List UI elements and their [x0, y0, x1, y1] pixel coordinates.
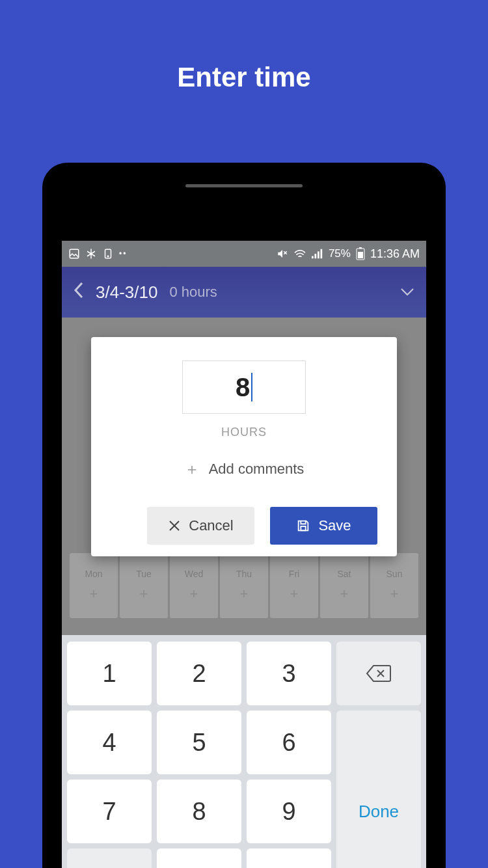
key-dot[interactable]: . — [247, 848, 331, 868]
save-label: Save — [318, 517, 351, 534]
svg-rect-12 — [301, 526, 306, 530]
date-range[interactable]: 3/4-3/10 — [96, 282, 157, 303]
key-4[interactable]: 4 — [67, 711, 152, 774]
save-button[interactable]: Save — [270, 507, 377, 545]
app-header: 3/4-3/10 0 hours — [62, 267, 426, 318]
status-bar: •• 75% 11:36 AM — [62, 241, 426, 267]
hours-label: HOURS — [111, 426, 377, 439]
back-button[interactable] — [74, 282, 84, 303]
key-0[interactable]: 0 — [157, 848, 241, 868]
numeric-keypad: 1 2 3 4 5 6 Done 7 8 9 0 . — [62, 635, 426, 868]
svg-rect-0 — [70, 249, 79, 258]
battery-percent: 75% — [329, 247, 351, 260]
time-entry-dialog: 8 HOURS ＋ Add comments Cancel Save — [91, 337, 397, 556]
status-time: 11:36 AM — [370, 247, 420, 261]
key-7[interactable]: 7 — [67, 780, 152, 843]
close-icon — [168, 519, 181, 532]
signal-icon — [312, 249, 323, 259]
chevron-down-icon[interactable] — [400, 284, 414, 301]
backspace-icon — [366, 664, 392, 683]
hours-summary: 0 hours — [169, 284, 217, 301]
svg-rect-11 — [359, 247, 362, 249]
phone-frame: •• 75% 11:36 AM — [42, 163, 446, 868]
cancel-label: Cancel — [189, 517, 233, 534]
key-2[interactable]: 2 — [157, 642, 241, 705]
cancel-button[interactable]: Cancel — [147, 507, 254, 545]
svg-rect-10 — [358, 252, 363, 258]
device-icon — [102, 248, 114, 260]
add-comments-label: Add comments — [209, 461, 305, 478]
battery-icon — [356, 247, 365, 260]
mute-icon — [277, 248, 288, 260]
key-done[interactable]: Done — [336, 711, 421, 868]
wifi-icon — [293, 249, 306, 259]
snowflake-icon — [85, 248, 97, 260]
key-blank — [67, 848, 152, 868]
input-cursor — [251, 373, 252, 401]
key-8[interactable]: 8 — [157, 780, 241, 843]
image-icon — [68, 248, 80, 260]
phone-screen: •• 75% 11:36 AM — [62, 241, 426, 868]
svg-rect-7 — [318, 251, 319, 258]
phone-speaker — [185, 184, 303, 187]
hours-input[interactable]: 8 — [182, 360, 306, 414]
key-backspace[interactable] — [336, 642, 421, 705]
promo-title: Enter time — [0, 0, 488, 93]
svg-point-2 — [107, 256, 109, 257]
svg-rect-6 — [314, 254, 316, 258]
add-comments-button[interactable]: ＋ Add comments — [111, 459, 377, 480]
svg-rect-5 — [312, 256, 314, 259]
hours-value: 8 — [236, 373, 250, 402]
save-icon — [296, 519, 310, 533]
key-1[interactable]: 1 — [67, 642, 152, 705]
key-5[interactable]: 5 — [157, 711, 241, 774]
key-6[interactable]: 6 — [247, 711, 331, 774]
more-icon: •• — [119, 249, 127, 258]
plus-icon: ＋ — [184, 459, 200, 480]
key-9[interactable]: 9 — [247, 780, 331, 843]
key-3[interactable]: 3 — [247, 642, 331, 705]
svg-rect-8 — [320, 249, 322, 258]
